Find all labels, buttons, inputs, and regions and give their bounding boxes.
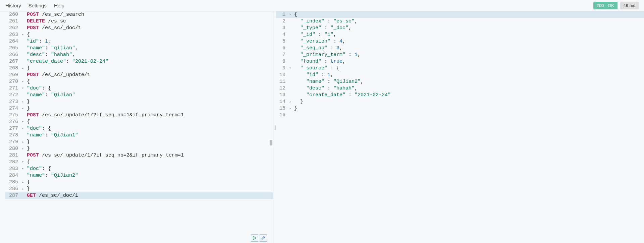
code-line[interactable]: 277▾"doc": { (5, 125, 273, 132)
code-line[interactable]: 275POST /es_sc/_update/1/?if_seq_no=1&if… (5, 112, 273, 119)
code-content: POST /es_sc/_update/1/?if_seq_no=2&if_pr… (25, 152, 184, 159)
code-line[interactable]: 271▾"doc": { (5, 85, 273, 92)
fold-toggle[interactable]: ▴ (20, 99, 25, 105)
request-editor[interactable]: 260POST /es_sc/_search261DELETE /es_sc26… (0, 11, 273, 199)
code-line[interactable]: 266"desc": "hahah", (5, 52, 273, 58)
fold-toggle[interactable]: ▴ (20, 105, 25, 112)
code-line[interactable]: 10 "id" : 1, (276, 72, 644, 78)
status-area: 200 - OK 46 ms (593, 2, 639, 9)
code-line[interactable]: 11 "name" : "QiJian2", (276, 78, 644, 85)
line-number: 6 (276, 45, 287, 52)
code-line[interactable]: 263▾{ (5, 32, 273, 38)
code-content: "name" : "QiJian2", (293, 78, 364, 85)
fold-toggle[interactable]: ▾ (20, 166, 25, 172)
code-line[interactable]: 270▾{ (5, 78, 273, 85)
request-pane[interactable]: 260POST /es_sc/_search261DELETE /es_sc26… (0, 11, 273, 243)
line-number: 2 (276, 18, 287, 25)
code-line[interactable]: 6 "_seq_no" : 3, (276, 45, 644, 52)
response-editor[interactable]: 1▾{2 "_index" : "es_sc",3 "_type" : "_do… (276, 11, 644, 119)
code-line[interactable]: 1▾{ (276, 11, 644, 18)
fold-toggle[interactable]: ▾ (287, 11, 293, 18)
code-line[interactable]: 2 "_index" : "es_sc", (276, 18, 644, 25)
fold-toggle[interactable]: ▴ (20, 139, 25, 145)
code-line[interactable]: 273▴} (5, 99, 273, 105)
fold-toggle[interactable]: ▾ (20, 85, 25, 92)
fold-toggle[interactable]: ▾ (20, 32, 25, 38)
code-line[interactable]: 286▴} (5, 186, 273, 192)
fold-toggle[interactable]: ▾ (287, 65, 293, 72)
line-number: 15 (276, 105, 287, 112)
code-content: "_id" : "1", (293, 32, 336, 38)
code-line[interactable]: 7 "_primary_term" : 1, (276, 52, 644, 58)
code-line[interactable]: 15▴} (276, 105, 644, 112)
code-content: "create_date" : "2021-02-24" (293, 92, 391, 99)
code-line[interactable]: 3 "_type" : "_doc", (276, 25, 644, 32)
fold-toggle[interactable]: ▴ (20, 186, 25, 192)
fold-toggle[interactable]: ▴ (20, 179, 25, 186)
fold-toggle (20, 72, 25, 78)
split-divider[interactable]: || (273, 11, 276, 243)
code-line[interactable]: 282▾{ (5, 159, 273, 166)
code-line[interactable]: 260POST /es_sc/_search (5, 11, 273, 18)
fold-toggle[interactable]: ▾ (20, 125, 25, 132)
code-line[interactable]: 4 "_id" : "1", (276, 32, 644, 38)
code-line[interactable]: 16 (276, 112, 644, 119)
code-line[interactable]: 287GET /es_sc/_doc/1 (5, 192, 273, 199)
code-line[interactable]: 14▴ } (276, 99, 644, 105)
line-number: 275 (5, 112, 20, 119)
code-line[interactable]: 285▴} (5, 179, 273, 186)
code-line[interactable]: 261DELETE /es_sc (5, 18, 273, 25)
code-line[interactable]: 284"name": "QiJian2" (5, 172, 273, 179)
line-number: 284 (5, 172, 20, 179)
code-line[interactable]: 267"create_date": "2021-02-24" (5, 58, 273, 65)
scrollbar-thumb[interactable] (270, 140, 272, 145)
play-icon (252, 236, 257, 240)
code-line[interactable]: 12 "desc" : "hahah", (276, 85, 644, 92)
status-badge: 200 - OK (593, 2, 618, 9)
run-button[interactable] (251, 234, 258, 242)
line-number: 264 (5, 38, 20, 45)
menu-help[interactable]: Help (54, 3, 64, 8)
fold-toggle[interactable]: ▾ (20, 78, 25, 85)
code-line[interactable]: 8 "found" : true, (276, 58, 644, 65)
code-line[interactable]: 279▴} (5, 139, 273, 145)
code-line[interactable]: 278"name": "QiJian1" (5, 132, 273, 139)
fold-toggle[interactable]: ▾ (20, 159, 25, 166)
line-number: 276 (5, 119, 20, 125)
code-line[interactable]: 264"id": 1, (5, 38, 273, 45)
fold-toggle[interactable]: ▴ (287, 105, 293, 112)
line-number: 268 (5, 65, 20, 72)
fold-toggle[interactable]: ▴ (287, 99, 293, 105)
line-number: 265 (5, 45, 20, 52)
code-line[interactable]: 281POST /es_sc/_update/1/?if_seq_no=2&if… (5, 152, 273, 159)
code-line[interactable]: 276▾{ (5, 119, 273, 125)
line-number: 9 (276, 65, 287, 72)
code-line[interactable]: 5 "_version" : 4, (276, 38, 644, 45)
fold-toggle[interactable]: ▾ (20, 119, 25, 125)
code-line[interactable]: 280▴} (5, 145, 273, 152)
code-line[interactable]: 283▾"doc": { (5, 166, 273, 172)
code-line[interactable]: 272"name": "QiJian" (5, 92, 273, 99)
code-content: POST /es_sc/_update/1/?if_seq_no=1&if_pr… (25, 112, 184, 119)
code-content: "create_date": "2021-02-24" (25, 58, 108, 65)
code-line[interactable]: 269POST /es_sc/_update/1 (5, 72, 273, 78)
fold-toggle[interactable]: ▴ (20, 65, 25, 72)
code-content: "name": "QiJian1" (25, 132, 78, 139)
code-line[interactable]: 13 "create_date" : "2021-02-24" (276, 92, 644, 99)
wrench-button[interactable] (260, 234, 267, 242)
response-pane[interactable]: 1▾{2 "_index" : "es_sc",3 "_type" : "_do… (276, 11, 644, 243)
code-line[interactable]: 9▾ "_source" : { (276, 65, 644, 72)
fold-toggle[interactable]: ▴ (20, 145, 25, 152)
code-content: } (25, 105, 30, 112)
line-number: 11 (276, 78, 287, 85)
line-number: 283 (5, 166, 20, 172)
code-line[interactable]: 262POST /es_sc/_doc/1 (5, 25, 273, 32)
code-line[interactable]: 268▴} (5, 65, 273, 72)
code-line[interactable]: 265"name": "qijian", (5, 45, 273, 52)
menu-history[interactable]: History (5, 3, 21, 8)
wrench-icon (261, 236, 266, 240)
menu-settings[interactable]: Settings (29, 3, 47, 8)
code-content: "doc": { (25, 166, 51, 172)
code-line[interactable]: 274▴} (5, 105, 273, 112)
fold-toggle (20, 132, 25, 139)
